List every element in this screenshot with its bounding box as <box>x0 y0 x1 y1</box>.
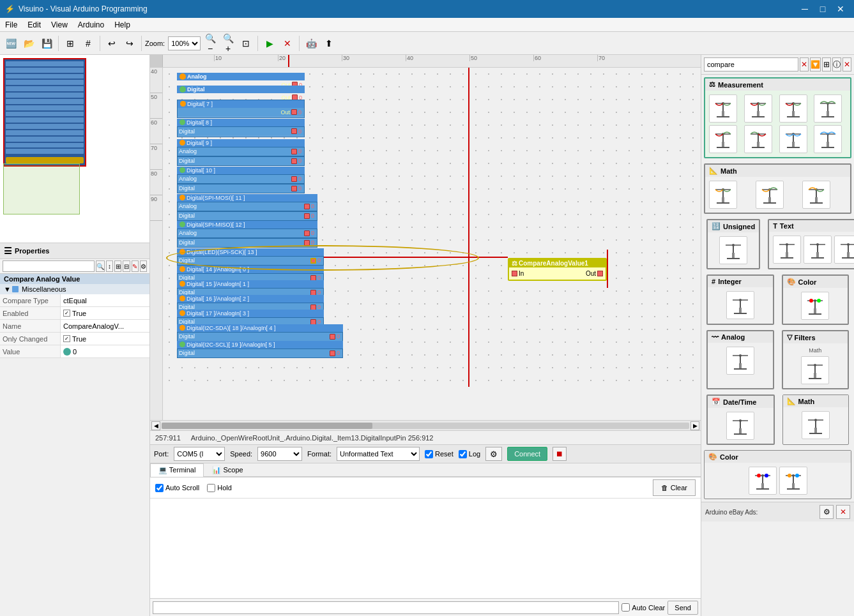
send-button[interactable]: Send <box>667 601 698 615</box>
section-datetime-header[interactable]: 📅 Date/Time <box>708 396 774 408</box>
out-pin-dot[interactable] <box>291 149 297 154</box>
comp-item-text-3[interactable] <box>834 236 854 264</box>
prop-val-compare-type[interactable]: ctEqual <box>61 294 149 306</box>
comp-item-analog-1[interactable] <box>726 347 754 375</box>
auto-scroll-checkbox[interactable] <box>155 484 164 492</box>
node-i2c-scl-group[interactable]: Digital(I2C-SCL)[ 19 ]/AnalogIn[ 5 ] Dig… <box>177 341 343 358</box>
search-filter-btn[interactable]: 🔽 <box>810 57 821 71</box>
port-select[interactable]: COM5 (l COM1 COM2 COM3 COM4 <box>174 447 225 461</box>
comp-item-measurement-7[interactable] <box>779 125 807 153</box>
tab-scope[interactable]: 📊 Scope <box>204 463 251 476</box>
auto-clear-label[interactable]: Auto Clear <box>621 603 665 612</box>
node-digital-8-group[interactable]: Digital[ 8 ] <box>177 119 305 126</box>
log-checkbox[interactable] <box>459 450 467 458</box>
search-input[interactable] <box>704 57 798 71</box>
auto-clear-checkbox[interactable] <box>621 603 630 612</box>
auto-scroll-label[interactable]: Auto Scroll <box>155 484 199 492</box>
redo-button[interactable]: ↪ <box>121 35 138 52</box>
out-pin-dot[interactable] <box>304 240 310 246</box>
node-digital-9-group[interactable]: Digital[ 9 ] Analog 0 Digital 0 <box>177 139 305 166</box>
section-color-header[interactable]: 🎨 Color <box>783 276 848 288</box>
comp-item-measurement-1[interactable] <box>709 94 737 123</box>
out-pin-dot[interactable] <box>330 334 335 340</box>
node-led-sck-group[interactable]: Digital(LED)(SPI-SCK)[ 13 ] Digital 0 <box>177 248 324 266</box>
canvas-area[interactable]: 10 20 30 40 50 60 70 40 50 60 70 80 <box>150 55 701 430</box>
node-spi-miso-group[interactable]: Digital(SPI-MISO)[ 12 ] Analog 0 Digital… <box>177 221 317 248</box>
comp-item-filters-1[interactable] <box>801 356 829 384</box>
prop-val-enabled[interactable]: ✓ True <box>61 307 149 319</box>
comp-item-math-3[interactable] <box>802 181 830 209</box>
menu-arduino[interactable]: Arduino <box>73 19 109 31</box>
comp-item-measurement-3[interactable] <box>779 94 807 123</box>
ads-settings-btn[interactable]: ⚙ <box>820 505 834 519</box>
zoom-in-button[interactable]: 🔍+ <box>220 35 236 52</box>
out-pin-dot[interactable] <box>291 128 297 134</box>
props-settings-btn[interactable]: ⚙ <box>140 260 147 272</box>
prop-val-name[interactable]: CompareAnalogV... <box>61 320 149 332</box>
reset-checkbox-label[interactable]: Reset <box>425 450 454 458</box>
close-button[interactable]: ✕ <box>832 3 849 15</box>
minimize-button[interactable]: ─ <box>797 3 813 15</box>
enabled-checkbox[interactable]: ✓ <box>63 310 70 317</box>
out-pin-dot[interactable] <box>304 230 310 236</box>
menu-edit[interactable]: Edit <box>22 19 46 31</box>
out-pin-dot[interactable] <box>291 186 297 192</box>
out-pin-dot[interactable] <box>291 176 297 182</box>
section-filters-header[interactable]: ▽ Filters <box>783 331 848 343</box>
out-pin-dot[interactable] <box>330 350 335 356</box>
grid-button[interactable]: ⊞ <box>62 35 79 52</box>
comp-item-measurement-4[interactable] <box>814 94 842 123</box>
tab-terminal[interactable]: 💻 Terminal <box>150 463 204 477</box>
open-button[interactable]: 📂 <box>20 35 37 52</box>
ads-close-btn[interactable]: ✕ <box>836 505 850 519</box>
search-clear-btn[interactable]: ✕ <box>800 57 809 71</box>
menu-help[interactable]: Help <box>109 19 135 31</box>
out-pin-dot[interactable] <box>597 271 603 276</box>
stop-button[interactable]: ✕ <box>279 35 296 52</box>
scroll-right-btn[interactable]: ▶ <box>690 421 699 430</box>
out-pin-dot[interactable] <box>304 213 310 219</box>
scroll-left-btn[interactable]: ◀ <box>151 421 160 430</box>
zoom-select[interactable]: 100% 50% 75% 125% 150% 200% <box>168 36 201 50</box>
comp-item-color2-1[interactable] <box>749 467 777 495</box>
section-text-header[interactable]: T Text <box>769 220 854 232</box>
comp-item-text-1[interactable] <box>773 236 801 264</box>
log-checkbox-label[interactable]: Log <box>459 450 480 458</box>
search-settings-btn[interactable]: ⊞ <box>822 57 831 71</box>
canvas-scroll[interactable]: 40 50 60 70 80 90 <box>150 68 701 421</box>
prop-val-value[interactable]: 0 <box>61 345 149 357</box>
scroll-handle[interactable] <box>162 423 372 429</box>
comp-item-integer-1[interactable] <box>726 291 754 319</box>
section-math-header[interactable]: 📐 Math <box>705 165 850 177</box>
serial-input-field[interactable] <box>153 601 619 614</box>
props-edit-btn[interactable]: ✎ <box>132 260 139 272</box>
zoom-fit-button[interactable]: ⊡ <box>238 35 254 52</box>
hold-checkbox[interactable] <box>207 484 215 492</box>
format-select[interactable]: Unformatted Text Formatted Text HEX Bina… <box>337 447 420 461</box>
compare-block[interactable]: ⚖ CompareAnalogValue1 In Out <box>508 258 607 281</box>
comp-item-datetime-1[interactable] <box>726 412 754 440</box>
comp-item-math-1[interactable] <box>709 181 737 209</box>
zoom-out-button[interactable]: 🔍− <box>202 35 218 52</box>
maximize-button[interactable]: □ <box>814 3 831 15</box>
snap-button[interactable]: # <box>80 35 96 52</box>
menu-view[interactable]: View <box>46 19 73 31</box>
comp-item-unsigned-1[interactable] <box>719 236 747 264</box>
comp-item-text-2[interactable] <box>804 236 832 264</box>
node-spi-mosi-group[interactable]: Digital(SPI-MOSI)[ 11 ] Analog 0 Digital… <box>177 194 317 221</box>
reset-checkbox[interactable] <box>425 450 433 458</box>
props-search-btn[interactable]: 🔍 <box>96 260 105 272</box>
comp-item-measurement-6[interactable] <box>744 125 772 153</box>
props-sort-btn[interactable]: ↕ <box>106 260 113 272</box>
properties-search-input[interactable] <box>3 260 95 272</box>
comp-item-math3-1[interactable] <box>802 411 830 439</box>
clear-button-top[interactable]: 🗑 Clear <box>653 479 696 496</box>
menu-file[interactable]: File <box>0 19 22 31</box>
undo-button[interactable]: ↩ <box>103 35 120 52</box>
section-math3-header[interactable]: 📐 Math <box>783 395 849 407</box>
canvas-scrollbar-h[interactable]: ◀ ▶ <box>150 420 701 430</box>
section-measurement-header[interactable]: ⚖ Measurement <box>705 79 850 91</box>
section-analog-header[interactable]: 〰 Analog <box>708 331 773 343</box>
node-digital-10-group[interactable]: Digital[ 10 ] Analog 0 Digital 0 <box>177 167 305 193</box>
canvas-content[interactable]: Analog Out 0 Digital <box>163 68 701 387</box>
